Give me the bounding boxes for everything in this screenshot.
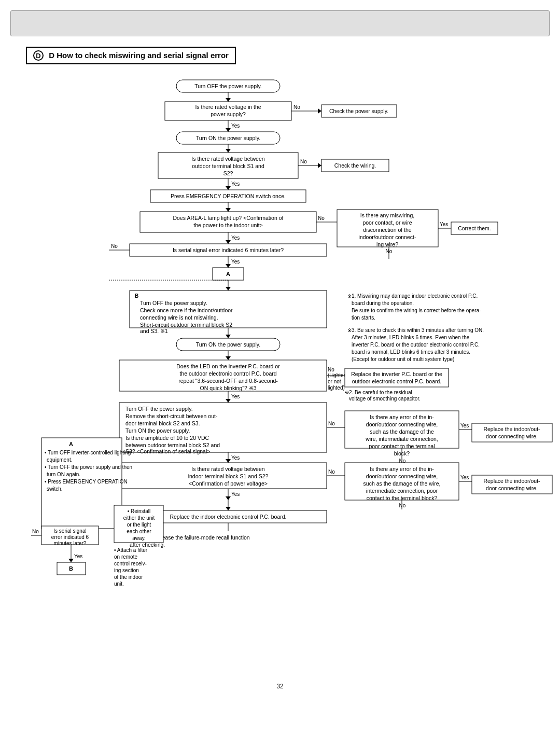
page-header xyxy=(10,10,550,36)
svg-marker-3 xyxy=(226,98,231,102)
svg-text:※1. Miswiring may damage indoo: ※1. Miswiring may damage indoor electron… xyxy=(347,293,478,299)
svg-text:(Lighted: (Lighted xyxy=(328,372,346,378)
svg-text:poor contact, or wire: poor contact, or wire xyxy=(362,219,412,226)
page-number: 32 xyxy=(10,683,550,690)
svg-text:ON quick blinking"? ※3: ON quick blinking"? ※3 xyxy=(200,385,256,391)
svg-text:error indicated 6: error indicated 6 xyxy=(51,534,89,540)
svg-text:Replace the indoor/out-: Replace the indoor/out- xyxy=(483,478,540,484)
svg-marker-115 xyxy=(226,459,231,463)
svg-text:outdoor terminal block S1 and: outdoor terminal block S1 and xyxy=(192,163,264,169)
svg-text:Turn ON the power supply.: Turn ON the power supply. xyxy=(125,427,190,434)
svg-text:door/outdoor connecting wire,: door/outdoor connecting wire, xyxy=(366,473,438,479)
svg-text:Yes: Yes xyxy=(231,235,240,241)
svg-text:switch.: switch. xyxy=(47,486,63,492)
svg-text:Turn ON the power supply.: Turn ON the power supply. xyxy=(196,135,260,141)
svg-marker-138 xyxy=(226,496,231,500)
svg-text:Does the LED on the inverter P: Does the LED on the inverter P.C. board … xyxy=(176,363,280,369)
svg-text:wire, intermediate connection,: wire, intermediate connection, xyxy=(365,436,438,442)
svg-text:No: No xyxy=(328,469,335,475)
svg-text:(Except for outdoor unit of mu: (Except for outdoor unit of multi system… xyxy=(352,356,454,362)
svg-marker-27 xyxy=(318,163,321,168)
svg-text:Is there rated voltage between: Is there rated voltage between xyxy=(191,156,264,162)
svg-text:Check the wiring.: Check the wiring. xyxy=(334,162,376,169)
svg-text:No: No xyxy=(300,159,307,164)
svg-text:No: No xyxy=(328,421,335,426)
svg-text:※2. Be careful to the residual: ※2. Be careful to the residual xyxy=(345,390,412,395)
svg-text:door terminal block S2 and S3.: door terminal block S2 and S3. xyxy=(125,420,200,426)
svg-text:Is there rated voltage between: Is there rated voltage between xyxy=(191,466,264,472)
svg-text:and S3. ※1: and S3. ※1 xyxy=(140,328,168,334)
svg-marker-83 xyxy=(226,335,231,338)
svg-text:No: No xyxy=(32,529,39,534)
svg-text:No: No xyxy=(399,503,406,508)
svg-text:Is there any miswiring,: Is there any miswiring, xyxy=(360,212,414,218)
svg-text:Correct them.: Correct them. xyxy=(458,225,491,231)
svg-text:outdoor electronic control P.C: outdoor electronic control P.C. board. xyxy=(352,378,442,384)
svg-text:※3. Be sure to check this with: ※3. Be sure to check this within 3 minut… xyxy=(347,327,484,333)
svg-text:minutes later?: minutes later? xyxy=(54,541,87,546)
svg-text:the power to the indoor unit>: the power to the indoor unit> xyxy=(193,222,262,228)
section-wrapper: D D How to check miswiring and serial si… xyxy=(10,47,550,672)
svg-marker-177 xyxy=(68,559,74,562)
svg-text:Yes: Yes xyxy=(74,554,82,559)
svg-text:disconnection of the: disconnection of the xyxy=(363,227,412,233)
svg-text:Yes: Yes xyxy=(231,394,240,399)
svg-text:S3? <Confirmation of serial si: S3? <Confirmation of serial signal> xyxy=(125,448,210,454)
svg-text:board is normal, LED blinks 6 : board is normal, LED blinks 6 times afte… xyxy=(352,349,470,355)
svg-text:B: B xyxy=(69,565,73,572)
svg-text:Yes: Yes xyxy=(460,475,469,480)
svg-text:Is there any error of the in-: Is there any error of the in- xyxy=(370,414,434,420)
svg-text:on remote: on remote xyxy=(114,554,137,560)
svg-text:equipment.: equipment. xyxy=(47,457,72,463)
svg-text:of the indoor: of the indoor xyxy=(114,574,143,580)
svg-text:Be sure to confirm the wiring : Be sure to confirm the wiring is correct… xyxy=(352,308,481,313)
svg-text:Turn OFF the power supply.: Turn OFF the power supply. xyxy=(194,83,262,89)
svg-text:No: No xyxy=(111,243,118,249)
svg-text:Yes: Yes xyxy=(231,259,240,265)
svg-text:Replace the inverter P.C. boar: Replace the inverter P.C. board or the xyxy=(351,371,442,377)
svg-text:A: A xyxy=(226,271,230,277)
svg-text:Remove the short-circuit betwe: Remove the short-circuit between out- xyxy=(125,413,218,419)
section-title: D D How to check miswiring and serial si… xyxy=(26,47,236,64)
svg-text:Yes: Yes xyxy=(231,181,240,187)
svg-text:board during the operation.: board during the operation. xyxy=(352,300,414,306)
svg-marker-156 xyxy=(226,507,231,510)
svg-text:Turn OFF the power supply.: Turn OFF the power supply. xyxy=(125,406,193,412)
svg-text:either the unit: either the unit xyxy=(123,515,155,521)
svg-text:between outdoor terminal block: between outdoor terminal block S2 and xyxy=(125,442,220,448)
svg-text:• Reinstall: • Reinstall xyxy=(128,508,151,514)
svg-text:each other: each other xyxy=(127,529,151,534)
svg-marker-65 xyxy=(226,287,231,290)
svg-marker-24 xyxy=(226,186,231,190)
svg-text:Replace the indoor electronic : Replace the indoor electronic control P.… xyxy=(170,514,286,520)
svg-text:B: B xyxy=(135,293,138,299)
svg-marker-39 xyxy=(226,240,231,244)
svg-text:Yes: Yes xyxy=(460,423,469,428)
svg-text:Replace the indoor/out-: Replace the indoor/out- xyxy=(483,426,540,432)
svg-text:repeat "3.6-second-OFF and 0.8: repeat "3.6-second-OFF and 0.8-second- xyxy=(178,378,278,384)
svg-text:No: No xyxy=(318,215,325,221)
svg-text:indoor/outdoor connect-: indoor/outdoor connect- xyxy=(359,234,416,240)
section-title-text: D How to check miswiring and serial sign… xyxy=(49,51,229,60)
svg-text:Yes: Yes xyxy=(231,455,240,461)
svg-text:<Confirmation of power voltage: <Confirmation of power voltage> xyxy=(189,480,268,487)
svg-text:or the light: or the light xyxy=(127,522,151,528)
svg-marker-34 xyxy=(226,208,231,212)
svg-text:Is serial signal: Is serial signal xyxy=(53,528,86,534)
svg-text:ing section: ing section xyxy=(114,568,139,573)
svg-text:door/outdoor connecting wire,: door/outdoor connecting wire, xyxy=(366,421,438,427)
svg-text:• Turn OFF the power supply an: • Turn OFF the power supply and then xyxy=(45,464,132,470)
svg-text:tion starts.: tion starts. xyxy=(352,315,375,321)
svg-text:Yes: Yes xyxy=(231,491,240,497)
svg-text:such as the damage of the wire: such as the damage of the wire, xyxy=(363,480,441,487)
svg-marker-18 xyxy=(226,149,231,153)
svg-text:A: A xyxy=(69,441,73,447)
svg-text:door connecting wire.: door connecting wire. xyxy=(486,433,538,439)
svg-text:• Attach a filter: • Attach a filter xyxy=(114,547,148,553)
svg-text:voltage of smoothing capacitor: voltage of smoothing capacitor. xyxy=(349,396,421,402)
svg-text:turn ON again.: turn ON again. xyxy=(47,472,80,477)
svg-text:ing wire?: ing wire? xyxy=(376,241,398,247)
svg-text:lighted): lighted) xyxy=(328,385,345,391)
svg-text:such as the damage of the: such as the damage of the xyxy=(370,428,434,435)
svg-text:Yes: Yes xyxy=(231,123,240,129)
